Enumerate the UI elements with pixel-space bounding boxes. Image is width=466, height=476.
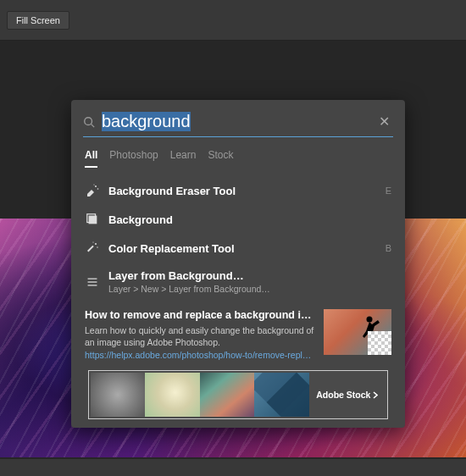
svg-rect-7	[87, 246, 94, 252]
svg-line-1	[92, 124, 95, 127]
status-bar	[0, 459, 466, 476]
close-icon[interactable]: ✕	[375, 112, 393, 131]
learn-link: https://helpx.adobe.com/photoshop/how-to…	[85, 350, 315, 360]
stock-results: Adobe Stock	[88, 370, 388, 419]
stock-thumb[interactable]	[254, 373, 308, 417]
svg-point-0	[85, 117, 92, 125]
learn-result[interactable]: How to remove and replace a background i…	[80, 301, 397, 370]
stock-label: Adobe Stock	[316, 390, 370, 400]
learn-text: How to remove and replace a background i…	[85, 309, 315, 360]
learn-thumbnail	[324, 309, 391, 355]
result-layer-from-background[interactable]: Layer from Background… Layer > New > Lay…	[80, 263, 397, 301]
result-body: Layer from Background… Layer > New > Lay…	[108, 269, 391, 294]
result-shortcut: B	[386, 243, 391, 253]
stock-thumb[interactable]	[91, 373, 145, 417]
result-color-replacement[interactable]: Color Replacement Tool B	[80, 234, 397, 263]
adobe-stock-link[interactable]: Adobe Stock	[309, 373, 386, 417]
tab-stock[interactable]: Stock	[208, 149, 233, 168]
svg-point-2	[95, 185, 97, 187]
result-shortcut: E	[386, 185, 391, 196]
svg-point-3	[97, 188, 99, 190]
svg-point-4	[93, 184, 94, 185]
learn-title: How to remove and replace a background i…	[85, 309, 315, 321]
search-row: ✕	[83, 112, 393, 137]
tab-learn[interactable]: Learn	[170, 149, 197, 168]
menu-icon	[85, 274, 100, 290]
result-title: Background	[108, 213, 391, 226]
search-icon	[83, 116, 95, 128]
result-subtitle: Layer > New > Layer from Background…	[108, 284, 391, 294]
results-list: Background Eraser Tool E Background Colo…	[80, 176, 397, 419]
result-title: Background Eraser Tool	[108, 185, 377, 197]
tab-all[interactable]: All	[85, 149, 97, 168]
learn-description: Learn how to quickly and easily change t…	[85, 324, 315, 348]
stock-thumb[interactable]	[200, 373, 254, 417]
result-title: Color Replacement Tool	[108, 242, 377, 255]
tab-photoshop[interactable]: Photoshop	[109, 149, 158, 168]
result-title: Layer from Background…	[108, 269, 391, 282]
svg-point-8	[95, 243, 97, 245]
svg-point-10	[92, 241, 93, 242]
layer-icon	[85, 212, 100, 227]
eraser-sparkle-icon	[85, 183, 100, 198]
app-toolbar: Fill Screen	[0, 0, 466, 41]
search-panel: ✕ All Photoshop Learn Stock Background E…	[71, 100, 405, 428]
svg-point-9	[97, 246, 97, 247]
wand-sparkle-icon	[85, 241, 100, 256]
svg-point-14	[367, 317, 373, 323]
canvas-area: ✕ All Photoshop Learn Stock Background E…	[0, 41, 466, 476]
result-background-eraser[interactable]: Background Eraser Tool E	[80, 176, 397, 205]
result-background[interactable]: Background	[80, 205, 397, 234]
fill-screen-button[interactable]: Fill Screen	[7, 11, 69, 30]
stock-thumb[interactable]	[145, 373, 199, 417]
search-input[interactable]	[102, 112, 375, 131]
chevron-right-icon	[373, 391, 378, 399]
person-silhouette-icon	[358, 314, 381, 346]
search-tabs: All Photoshop Learn Stock	[85, 149, 391, 168]
